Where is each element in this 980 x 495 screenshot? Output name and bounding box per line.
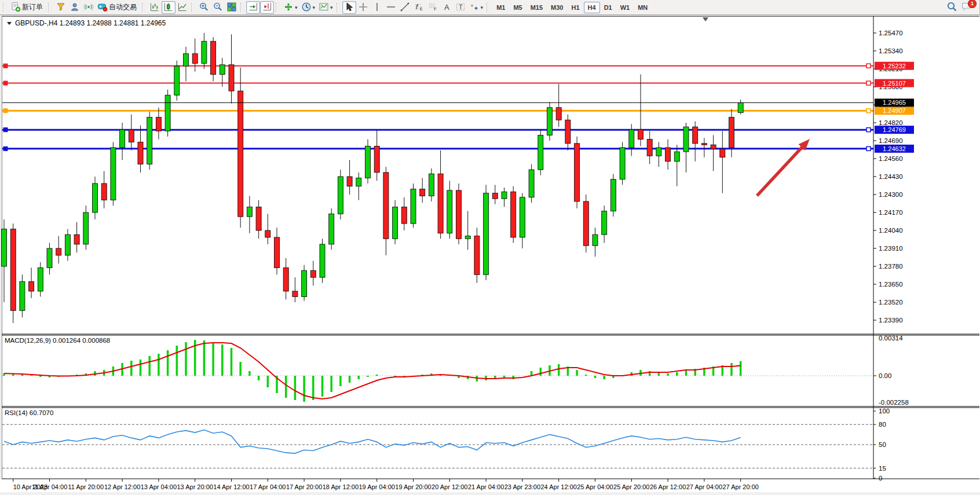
toolbar-group <box>189 1 239 14</box>
crosshair-button[interactable] <box>356 1 370 14</box>
svg-text:18 Apr 12:00: 18 Apr 12:00 <box>323 483 359 490</box>
chevron-down-icon[interactable]: ▾ <box>313 5 316 10</box>
timeframe-w1-button[interactable]: W1 <box>616 2 634 13</box>
search-button[interactable] <box>945 1 959 14</box>
timeframe-m5-button[interactable]: M5 <box>509 2 526 13</box>
autotrading-icon <box>97 2 108 13</box>
new-order-button-label: 新订单 <box>22 2 43 12</box>
candlestick-chart-button[interactable] <box>162 1 175 14</box>
svg-text:27 Apr 20:00: 27 Apr 20:00 <box>723 483 759 490</box>
svg-text:1.24769: 1.24769 <box>883 126 906 133</box>
svg-text:1.24690: 1.24690 <box>879 137 903 144</box>
svg-text:1.24965: 1.24965 <box>883 99 906 106</box>
toolbar: 新订单自动交易▾▾▾fEFAT▾M1M5M15M30H1H4D1W1MN1 <box>0 0 979 15</box>
toolbar-grip <box>48 3 52 12</box>
timeframe-m15-button[interactable]: M15 <box>526 2 547 13</box>
autoscroll-icon <box>248 2 258 13</box>
toolbar-right: 1 <box>945 1 978 14</box>
label-button[interactable]: T <box>454 1 467 14</box>
arrows-button[interactable]: ▾ <box>467 1 485 14</box>
svg-text:1.24430: 1.24430 <box>879 173 903 180</box>
svg-text:1.25107: 1.25107 <box>883 80 906 87</box>
notification-badge: 1 <box>968 0 977 8</box>
trend-icon <box>400 2 410 13</box>
svg-text:1.23650: 1.23650 <box>879 281 903 288</box>
price-chart[interactable]: 1.254701.253401.252101.250801.249501.248… <box>0 15 980 495</box>
chevron-down-icon[interactable]: ▾ <box>295 5 298 10</box>
toolbar-grip <box>142 3 145 12</box>
notifications-button[interactable]: 1 <box>959 1 974 14</box>
mt4-window: 新订单自动交易▾▾▾fEFAT▾M1M5M15M30H1H4D1W1MN1 1.… <box>0 0 980 495</box>
svg-text:14 Apr 12:00: 14 Apr 12:00 <box>213 483 249 490</box>
svg-text:0: 0 <box>879 475 882 482</box>
line-chart-button[interactable] <box>175 1 189 14</box>
window-bottom-edge <box>0 492 980 495</box>
zoom-out-button[interactable] <box>211 1 225 14</box>
trendline-button[interactable] <box>398 1 412 14</box>
svg-text:23 Apr 23:00: 23 Apr 23:00 <box>504 483 540 490</box>
price-badge-1.24632: 1.24632 <box>875 145 914 153</box>
chevron-down-icon[interactable]: ▾ <box>481 5 484 10</box>
indicators-button[interactable]: ▾ <box>281 1 299 14</box>
svg-text:1.24040: 1.24040 <box>879 227 903 234</box>
rsi-label: RSI(14) 60.7070 <box>5 409 53 416</box>
svg-text:24 Apr 12:00: 24 Apr 12:00 <box>541 483 577 490</box>
hline-button[interactable] <box>384 1 398 14</box>
svg-text:26 Apr 12:00: 26 Apr 12:00 <box>650 483 686 490</box>
svg-text:T: T <box>459 3 463 10</box>
timeframe-h1-button[interactable]: H1 <box>568 2 584 13</box>
ind-plus-icon <box>283 2 294 13</box>
price-badge-1.24907: 1.24907 <box>875 107 914 115</box>
toolbar-grip <box>337 3 340 12</box>
price-badge-1.25232: 1.25232 <box>875 62 914 70</box>
svg-text:-0.002258: -0.002258 <box>879 399 909 406</box>
toolbar-grip <box>191 3 195 12</box>
hline-icon <box>386 2 396 13</box>
cursor-button[interactable] <box>342 1 356 14</box>
vline-button[interactable] <box>370 1 384 14</box>
text-button[interactable]: A <box>440 1 454 14</box>
toolbar-group <box>140 1 189 14</box>
chart-shift-button[interactable] <box>260 1 274 14</box>
timeframe-m1-button[interactable]: M1 <box>492 2 509 13</box>
autotrading-button[interactable]: 自动交易 <box>96 1 140 14</box>
svg-text:13 Apr 04:00: 13 Apr 04:00 <box>141 483 177 490</box>
signals-button[interactable] <box>82 1 96 14</box>
labelT-icon: T <box>455 2 466 13</box>
periods-button[interactable]: ▾ <box>299 1 317 14</box>
toolbar-group: 自动交易 <box>46 1 140 14</box>
timeframe-m30-button[interactable]: M30 <box>547 2 567 13</box>
zoom-in-button[interactable] <box>197 1 211 14</box>
timeframe-h4-button[interactable]: H4 <box>584 2 600 13</box>
toolbar-group <box>239 1 274 14</box>
svg-text:1.23390: 1.23390 <box>879 317 903 324</box>
svg-text:25 Apr 20:00: 25 Apr 20:00 <box>613 483 649 490</box>
search-icon <box>946 1 957 13</box>
svg-text:19 Apr 20:00: 19 Apr 20:00 <box>395 483 431 490</box>
chart-title: GBPUSD-,H4 1.24893 1.24988 1.24881 1.249… <box>7 19 166 27</box>
timeframe-d1-button[interactable]: D1 <box>600 2 616 13</box>
svg-text:E: E <box>420 7 423 11</box>
bars-icon <box>149 2 160 13</box>
toolbar-group: ▾▾▾ <box>274 1 335 14</box>
macd-label: MACD(12,26,9) 0.001264 0.000868 <box>5 337 110 344</box>
auto-scroll-button[interactable] <box>246 1 260 14</box>
price-badge-1.25107: 1.25107 <box>875 79 914 87</box>
tile-windows-button[interactable] <box>225 1 239 14</box>
svg-text:GBPUSD-,H4 1.24893 1.24988 1.: GBPUSD-,H4 1.24893 1.24988 1.24881 1.249… <box>15 19 166 27</box>
channel-button[interactable]: F <box>426 1 440 14</box>
price-badge-1.24965: 1.24965 <box>875 98 914 107</box>
timeframe-mn-button[interactable]: MN <box>634 2 652 13</box>
svg-text:0.00314: 0.00314 <box>879 335 903 342</box>
funnel-button[interactable] <box>54 1 68 14</box>
profile-button[interactable] <box>68 1 82 14</box>
templates-button[interactable]: ▾ <box>317 1 335 14</box>
doc-plus-icon <box>10 2 21 13</box>
price-badge-1.24769: 1.24769 <box>875 126 914 134</box>
new-order-button[interactable]: 新订单 <box>9 1 46 14</box>
bar-chart-button[interactable] <box>148 1 162 14</box>
toolbar-grip <box>240 3 244 12</box>
fibonacci-button[interactable]: fE <box>412 1 426 14</box>
grid-f-icon: F <box>427 2 438 13</box>
chevron-down-icon[interactable]: ▾ <box>330 5 333 10</box>
